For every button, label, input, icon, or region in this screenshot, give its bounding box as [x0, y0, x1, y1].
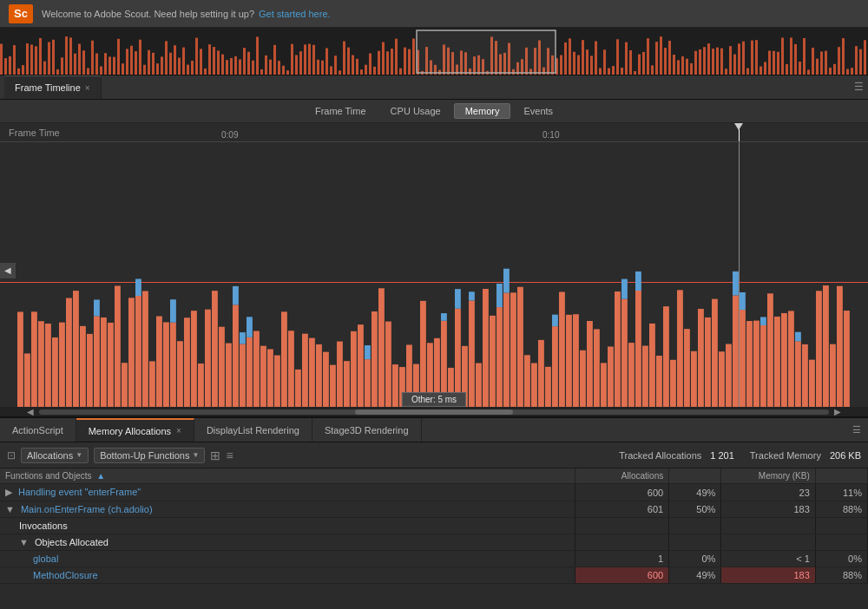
svg-rect-225: [170, 323, 176, 407]
svg-rect-260: [378, 288, 385, 407]
chart-scroll-left[interactable]: ◀: [0, 263, 16, 278]
svg-rect-288: [538, 340, 544, 407]
memory-pct: [815, 534, 867, 551]
svg-rect-173: [751, 41, 753, 75]
scroll-right-arrow[interactable]: ▶: [829, 407, 846, 416]
svg-rect-242: [260, 346, 266, 407]
top-bar: Sc Welcome to Adobe Scout. Need help set…: [0, 0, 868, 28]
tooltip: Other: 5 ms: [402, 392, 466, 407]
svg-rect-8: [35, 46, 37, 75]
svg-rect-157: [681, 56, 684, 75]
tab-memory-allocations[interactable]: Memory Allocations ×: [76, 418, 194, 442]
svg-rect-91: [395, 39, 398, 75]
tab-events[interactable]: Events: [512, 103, 564, 119]
function-name: Objects Allocated: [35, 537, 108, 547]
svg-rect-171: [742, 42, 745, 75]
chart-area[interactable]: 0:09 0:10 Frame Time ◀ Other: 5 ms ◀: [0, 123, 868, 418]
tab-stage3d-rendering[interactable]: Stage3D Rendering: [312, 418, 422, 442]
svg-rect-270: [441, 313, 447, 321]
svg-rect-204: [38, 321, 44, 407]
svg-rect-291: [552, 315, 558, 327]
frame-timeline-tab[interactable]: Frame Timeline ×: [4, 75, 102, 99]
memory-allocations-close[interactable]: ×: [176, 426, 181, 435]
svg-rect-21: [91, 41, 94, 75]
svg-rect-281: [496, 284, 503, 307]
svg-rect-47: [204, 69, 207, 75]
svg-rect-313: [691, 351, 697, 407]
svg-rect-156: [677, 60, 680, 75]
tab-actionscript[interactable]: ActionScript: [0, 418, 76, 442]
svg-rect-262: [392, 364, 398, 407]
table-row: global10%< 10%: [0, 551, 868, 567]
svg-rect-333: [802, 344, 808, 407]
svg-rect-30: [130, 46, 133, 75]
filter-icon[interactable]: ⊞: [210, 449, 220, 462]
svg-rect-239: [247, 337, 253, 407]
svg-rect-133: [577, 56, 580, 75]
svg-rect-176: [764, 62, 766, 75]
svg-rect-172: [746, 69, 749, 75]
svg-rect-181: [786, 64, 788, 75]
allocations-dropdown[interactable]: Allocations ▼: [21, 448, 89, 463]
svg-rect-13: [56, 69, 59, 75]
tab-close[interactable]: ×: [85, 83, 90, 93]
svg-rect-50: [217, 50, 220, 75]
tab-cpu-usage[interactable]: CPU Usage: [379, 103, 452, 119]
svg-rect-79: [343, 42, 345, 75]
svg-rect-89: [386, 51, 389, 75]
svg-rect-48: [208, 44, 211, 75]
svg-rect-81: [352, 56, 354, 75]
svg-rect-338: [837, 286, 843, 407]
function-name[interactable]: MethodClosure: [33, 570, 98, 580]
alloc-count: 1: [575, 551, 668, 567]
expand-arrow[interactable]: ▼: [5, 504, 17, 514]
svg-rect-218: [128, 298, 135, 407]
svg-rect-315: [705, 318, 711, 407]
svg-rect-57: [247, 52, 250, 75]
svg-rect-149: [647, 38, 649, 75]
functions-dropdown[interactable]: Bottom-Up Functions ▼: [94, 448, 205, 463]
svg-rect-298: [601, 363, 607, 407]
overview-timeline[interactable]: (function() { const g = document.getElem…: [0, 28, 868, 75]
chart-scrollbar[interactable]: ◀ ▶: [0, 407, 868, 417]
col-functions[interactable]: Functions and Objects ▲: [0, 468, 575, 484]
svg-rect-195: [846, 69, 849, 75]
svg-rect-63: [273, 45, 276, 75]
panel-menu-icon[interactable]: ☰: [854, 81, 864, 93]
svg-rect-16: [69, 37, 72, 75]
tab-frame-time[interactable]: Frame Time: [304, 103, 378, 119]
memory-value: 183: [721, 501, 815, 518]
function-name[interactable]: global: [33, 553, 58, 564]
scrollbar-track[interactable]: [39, 409, 829, 415]
svg-rect-245: [281, 311, 287, 407]
tab-memory[interactable]: Memory: [454, 103, 511, 119]
svg-rect-309: [663, 306, 669, 407]
svg-rect-228: [184, 318, 190, 407]
svg-rect-73: [317, 60, 319, 75]
expand-arrow[interactable]: ▶: [5, 487, 15, 497]
function-name[interactable]: Main.onEnterFrame (ch.adolio): [21, 504, 153, 514]
tab-displaylist-rendering[interactable]: DisplayList Rendering: [194, 418, 312, 442]
svg-rect-210: [80, 326, 86, 407]
function-name[interactable]: Handling event "enterFrame": [18, 487, 141, 497]
menu-icon[interactable]: ≡: [226, 449, 233, 462]
svg-rect-150: [651, 65, 654, 75]
get-started-link[interactable]: Get started here.: [259, 9, 331, 19]
svg-rect-283: [503, 269, 510, 293]
svg-rect-257: [365, 359, 371, 407]
svg-rect-76: [330, 66, 332, 75]
scroll-left-arrow[interactable]: ◀: [22, 407, 39, 416]
svg-rect-188: [816, 59, 819, 75]
svg-rect-60: [260, 69, 263, 75]
svg-rect-321: [740, 310, 746, 407]
svg-rect-317: [719, 351, 725, 407]
view-tabs: Frame Time CPU Usage Memory Events: [0, 100, 868, 123]
bottom-panel-menu-icon[interactable]: ☰: [852, 424, 861, 435]
svg-rect-196: [851, 68, 853, 75]
svg-rect-95: [412, 38, 415, 75]
scrollbar-thumb[interactable]: [355, 409, 513, 415]
panel-filter-icon[interactable]: ⊡: [7, 449, 16, 462]
svg-rect-169: [733, 55, 736, 75]
expand-arrow[interactable]: ▼: [19, 537, 31, 547]
svg-rect-25: [108, 56, 111, 75]
